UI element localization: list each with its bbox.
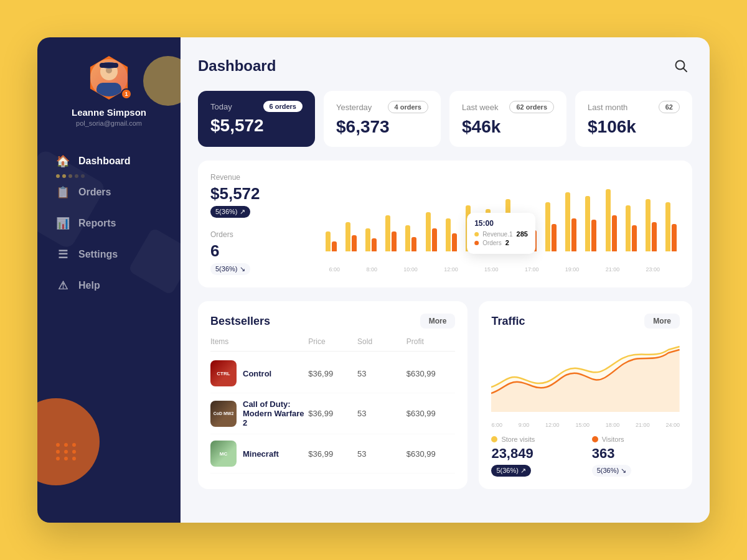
orders-icon: 📋	[56, 185, 70, 199]
tooltip-time: 15:00	[474, 219, 528, 228]
bar-yellow	[585, 196, 590, 251]
orders-label: Orders	[210, 230, 322, 239]
stat-lastmonth-value: $106k	[588, 117, 680, 137]
store-visits-metric: Store visits 23,849 5(36%) ↗	[491, 436, 579, 477]
item-name-cod: Call of Duty: Modern Warfare 2	[243, 399, 308, 427]
traffic-time-label: 6:00	[491, 422, 502, 428]
svg-rect-1	[96, 83, 121, 96]
user-name: Leanne Simpson	[72, 107, 146, 118]
stat-yesterday-value: $6,373	[336, 117, 428, 137]
table-header: Items Price Sold Profit	[210, 337, 455, 352]
help-icon: ⚠	[56, 279, 70, 292]
traffic-chart	[491, 337, 680, 412]
item-sold-cod: 53	[357, 409, 406, 418]
sidebar-item-help[interactable]: ⚠ Help	[37, 270, 181, 301]
bar-orange	[452, 233, 457, 251]
sidebar-item-settings[interactable]: ☰ Settings	[37, 239, 181, 270]
bar-orange	[432, 228, 437, 251]
item-price-cod: $36,99	[308, 409, 357, 418]
bottom-section: Bestsellers More Items Price Sold Profit	[198, 301, 692, 489]
bar-group	[622, 205, 640, 251]
bar-group	[443, 218, 460, 251]
sidebar-item-label: Orders	[78, 187, 111, 198]
sidebar-item-reports[interactable]: 📊 Reports	[37, 208, 181, 239]
chart-tooltip: 15:00 Revenue.1 285 Orders 2	[467, 213, 535, 254]
bestsellers-title: Bestsellers	[210, 315, 270, 328]
revenue-value: $5,572	[210, 184, 322, 203]
sidebar-item-label: Dashboard	[78, 156, 131, 167]
traffic-time-label: 15:00	[575, 422, 590, 428]
stat-lastweek-label: Last week	[462, 103, 499, 112]
table-row: CoD MW2 Call of Duty: Modern Warfare 2 $…	[210, 393, 455, 434]
bar-group	[423, 212, 440, 251]
traffic-time-label: 12:00	[545, 422, 560, 428]
home-icon: 🏠	[56, 154, 70, 168]
stats-row: Today 6 orders $5,572 Yesterday 4 orders…	[198, 91, 692, 147]
store-visits-color	[491, 436, 497, 442]
orders-badge: 5(36%) ↘	[210, 263, 250, 275]
bar-yellow	[646, 199, 651, 251]
stat-yesterday-badge: 4 orders	[388, 101, 428, 113]
sidebar-item-dashboard[interactable]: 🏠 Dashboard	[37, 146, 181, 177]
orders-value: 6	[210, 241, 322, 261]
page-title: Dashboard	[198, 57, 276, 75]
game-thumbnail-control: CTRL	[210, 360, 237, 386]
bar-yellow	[326, 231, 331, 251]
item-sold-mc: 53	[357, 449, 406, 459]
visitors-color	[592, 436, 598, 442]
bar-yellow	[405, 225, 410, 251]
avatar: 1	[87, 56, 131, 100]
stat-today-badge: 6 orders	[263, 101, 303, 112]
bar-orange	[411, 237, 416, 251]
visitors-value: 363	[592, 446, 680, 462]
item-price-control: $36,99	[308, 369, 357, 378]
bar-group	[382, 215, 400, 251]
bar-orange	[652, 222, 657, 251]
bar-group	[362, 228, 380, 251]
visitors-metric: Visitors 363 5(36%) ↘	[592, 436, 680, 477]
traffic-title: Traffic	[491, 315, 525, 328]
traffic-time-label: 18:00	[606, 422, 620, 428]
item-name-control: Control	[243, 369, 271, 378]
bar-yellow	[606, 189, 611, 251]
col-profit: Profit	[406, 337, 456, 346]
reports-icon: 📊	[56, 217, 70, 230]
stat-lastweek-value: $46k	[462, 117, 554, 137]
traffic-more-button[interactable]: More	[644, 314, 680, 329]
revenue-label: Revenue	[210, 173, 322, 182]
sidebar-item-label: Help	[78, 280, 100, 291]
stat-card-yesterday: Yesterday 4 orders $6,373	[324, 91, 441, 147]
tooltip-revenue-value: 285	[517, 230, 528, 238]
sidebar-item-label: Settings	[78, 249, 118, 260]
bar-yellow	[565, 192, 570, 251]
main-content: Dashboard Today 6 orders	[181, 37, 710, 523]
stat-lastmonth-label: Last month	[588, 103, 627, 112]
notification-badge: 1	[121, 88, 132, 100]
nav-menu: 🏠 Dashboard 📋 Orders 📊 Reports ☰ Setting…	[37, 146, 181, 510]
bar-orange	[612, 215, 617, 251]
item-profit-control: $630,99	[406, 369, 456, 378]
chart-section: Revenue $5,572 5(36%) ↗ Orders 6 5(36%) …	[198, 161, 692, 287]
bar-yellow	[446, 218, 451, 251]
sidebar-item-label: Reports	[78, 218, 116, 229]
stat-lastmonth-badge: 62	[659, 101, 680, 113]
bar-chart: 6:008:0010:0012:0015:0017:0019:0021:0023…	[322, 173, 680, 273]
search-button[interactable]	[670, 55, 692, 77]
time-labels: 6:008:0010:0012:0015:0017:0019:0021:0023…	[322, 266, 680, 273]
bar-orange	[672, 224, 677, 251]
revenue-metric: Revenue $5,572 5(36%) ↗	[210, 173, 322, 218]
sidebar-item-orders[interactable]: 📋 Orders	[37, 177, 181, 208]
stat-today-value: $5,572	[210, 116, 303, 136]
tooltip-orders-value: 2	[505, 239, 509, 246]
bar-group	[322, 231, 340, 251]
bar-group	[662, 202, 680, 251]
item-profit-cod: $630,99	[406, 409, 456, 418]
bar-group	[342, 222, 360, 251]
bestsellers-more-button[interactable]: More	[420, 314, 456, 329]
bar-yellow	[345, 222, 350, 251]
bar-orange	[372, 238, 377, 251]
traffic-time-label: 21:00	[636, 422, 650, 428]
settings-icon: ☰	[56, 248, 70, 261]
page-header: Dashboard	[198, 55, 692, 77]
item-price-mc: $36,99	[308, 449, 357, 459]
